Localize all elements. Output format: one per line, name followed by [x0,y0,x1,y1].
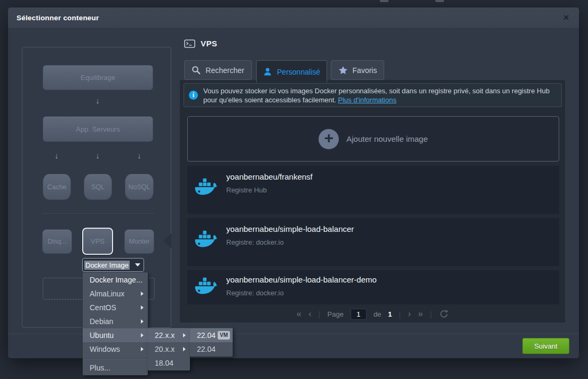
menu-separator [83,358,147,359]
panel-header: VPS [184,39,217,48]
dialog-title: Sélectionner conteneur [17,14,99,22]
arrow-down-icon: ↓ [93,151,102,160]
node-storage[interactable]: Disq... [42,229,72,254]
info-icon: i [189,91,198,100]
node-cache[interactable]: Cache [43,174,71,200]
menu-item-2204-vm[interactable]: 22.04 VM [190,328,233,342]
node-balancing[interactable]: Equilibrage [43,65,153,90]
pager-separator: | [430,310,432,319]
submenu-arrow-icon [183,333,186,337]
custom-images-panel: i Vous pouvez stocker ici vos images Doc… [180,80,565,322]
pager-separator: | [319,310,321,319]
topology-divider [42,213,154,214]
arrow-down-icon: ↓ [135,151,144,160]
info-banner: i Vous pouvez stocker ici vos images Doc… [184,83,562,107]
menu-item-2204[interactable]: 22.04 [190,342,233,356]
node-vps[interactable]: VPS [82,228,113,255]
image-row[interactable]: yoanbernabeu/simple-load-balancer Regist… [187,218,559,266]
menu-item-1804[interactable]: 18.04 [148,356,190,370]
ubuntu-submenu: 22.x.x 20.x.x 18.04 [148,328,190,370]
background-page-fragment [380,0,388,2]
refresh-icon[interactable] [439,309,449,319]
docker-whale-icon [194,277,220,298]
tab-custom[interactable]: Personnalisé [256,60,327,83]
os-select-value: Docker Image [84,261,130,270]
image-name: yoanbernabeu/frankensf [226,172,313,181]
submenu-arrow-icon [141,333,144,337]
image-registry: Registre: docker.io [226,289,284,297]
dialog-header: Sélectionner conteneur [8,7,579,28]
arrow-down-icon: ↓ [52,151,61,160]
image-row[interactable]: yoanbernabeu/frankensf Registre Hub [187,166,559,214]
menu-item-almalinux[interactable]: AlmaLinux [83,287,148,301]
menu-item-centos[interactable]: CentOS [83,301,148,315]
menu-item-20xx[interactable]: 20.x.x [148,342,190,356]
of-label: de [374,310,381,318]
submenu-arrow-icon [141,305,144,310]
arrow-down-icon: ↓ [93,96,102,105]
pager-separator: | [399,310,401,319]
menu-item-more[interactable]: Plus... [83,361,148,375]
submenu-arrow-icon [183,347,186,351]
node-mount[interactable]: Monter [124,229,154,254]
search-icon [192,66,201,75]
page-label: Page [328,310,344,318]
node-nosql[interactable]: NoSQL [125,174,154,200]
page-input[interactable] [351,309,367,320]
image-registry: Registre Hub [226,186,267,194]
more-info-link[interactable]: Plus d'informations [338,96,396,104]
menu-item-docker-image[interactable]: Docker Image... [83,273,148,287]
docker-whale-icon [194,230,220,251]
image-name: yoanbernabeu/simple-load-balancer [226,224,354,233]
vm-badge: VM [218,331,230,340]
version-submenu: 22.04 VM 22.04 [190,328,233,357]
os-select-combobox[interactable]: Docker Image [82,258,144,272]
info-text: Vous pouvez stocker ici vos images Docke… [203,87,556,104]
terminal-icon [184,39,195,48]
add-image-button[interactable]: + Ajouter nouvelle image [187,116,559,162]
tab-search[interactable]: Rechercher [184,60,252,80]
image-name: yoanbernabeu/simple-load-balancer-demo [226,275,377,284]
user-icon [263,67,272,76]
menu-item-debian[interactable]: Debian [83,315,148,328]
menu-item-windows[interactable]: Windows [83,342,148,356]
plus-icon: + [319,129,339,149]
docker-whale-icon [194,178,220,199]
submenu-arrow-icon [141,347,144,351]
pagination-bar: « ‹ | Page de 1 | › » | [180,306,565,322]
last-page-icon[interactable]: » [418,309,423,319]
next-page-icon[interactable]: › [408,309,411,319]
close-icon[interactable]: × [560,11,573,24]
submenu-arrow-icon [141,319,144,324]
prev-page-icon[interactable]: ‹ [308,309,312,319]
menu-item-ubuntu[interactable]: Ubuntu [83,328,148,342]
os-dropdown-menu: Docker Image... AlmaLinux CentOS Debian … [83,272,148,375]
image-row[interactable]: yoanbernabeu/simple-load-balancer-demo R… [187,270,559,304]
next-button[interactable]: Suivant [522,338,569,354]
node-app-servers[interactable]: App. Serveurs [43,116,153,142]
first-page-icon[interactable]: « [296,309,301,319]
panel-title: VPS [201,39,217,48]
callout-pointer [163,233,171,248]
chevron-down-icon[interactable] [135,263,140,267]
star-icon [338,66,348,75]
node-sql[interactable]: SQL [84,174,112,200]
total-pages: 1 [388,310,392,318]
submenu-arrow-icon [141,292,144,296]
menu-item-22xx[interactable]: 22.x.x [148,328,190,342]
screen: Sélectionner conteneur × Suivant Equilib… [0,0,588,379]
tab-favorites[interactable]: Favoris [331,60,384,80]
image-registry: Registre: docker.io [226,238,284,246]
background-page-fragment [435,0,444,2]
